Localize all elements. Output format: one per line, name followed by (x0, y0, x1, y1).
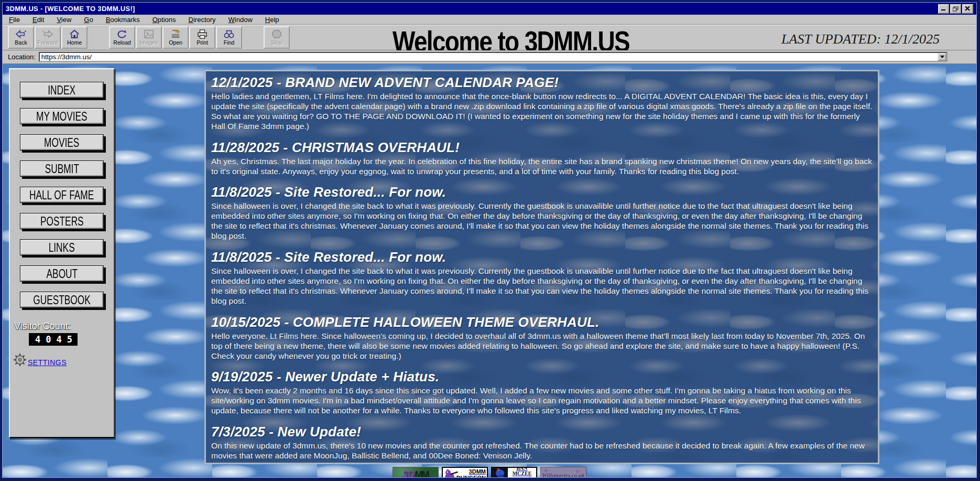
post-body: Wow, it's been exactly 2 months and 16 d… (211, 386, 873, 416)
banner-mczee-line1: BAN MCZEE (508, 467, 536, 476)
forward-button[interactable]: Forward (35, 26, 61, 49)
close-button[interactable] (962, 4, 973, 14)
banner-ban-mczee[interactable]: BAN MCZEE Now! (491, 467, 537, 478)
menu-view[interactable]: View (57, 16, 71, 24)
blog-post: 11/8/2025 - Site Restored... For now. Si… (211, 184, 873, 241)
post-body: On this new update of 3dmm.us, there's 1… (211, 441, 873, 461)
blog-post: 7/3/2025 - New Update! On this new updat… (211, 424, 873, 461)
sidebar-item-movies[interactable]: MOVIES (20, 134, 104, 151)
blog-content-box: 12/1/2025 - BRAND NEW ADVENT CALENDAR PA… (204, 70, 879, 464)
back-arrow-icon (15, 29, 27, 39)
settings-row: SETTINGS (13, 353, 67, 367)
visitor-counter: 4045 (29, 333, 78, 346)
nav-label: MY MOVIES (36, 109, 88, 124)
open-button[interactable]: Open (162, 26, 189, 49)
find-binoculars-icon (224, 29, 234, 39)
visitor-count-label: Visitor Count: (10, 321, 71, 332)
location-input[interactable] (40, 53, 938, 61)
nav-label: HALL OF FAME (29, 188, 94, 202)
banner-3dmm-3d-text: 3D (402, 469, 415, 478)
blog-post: 10/15/2025 - COMPLETE HALLOWEEN THEME OV… (211, 314, 873, 361)
banner-3dmm[interactable]: 3D MM (393, 467, 439, 478)
banner-dungeon-line2: DUNGEON (456, 475, 486, 478)
toolbar-nav-group: Back Forward Home (8, 26, 88, 49)
restore-button[interactable] (950, 4, 961, 14)
banner-willsmovies[interactable]: Willsmovies.co.uk (540, 467, 586, 478)
find-button[interactable]: Find (216, 26, 242, 49)
forward-label: Forward (38, 39, 58, 46)
sidebar-item-my-movies[interactable]: MY MOVIES (20, 108, 104, 124)
menu-options[interactable]: Options (153, 16, 176, 24)
stop-button[interactable]: Stop (264, 26, 290, 49)
dragon-character-icon (443, 468, 459, 478)
post-heading: 11/8/2025 - Site Restored... For now. (211, 184, 873, 200)
nav-label: MOVIES (44, 135, 79, 150)
nav-label: LINKS (49, 240, 75, 255)
window-title: 3DMM.US - [WELCOME TO 3DMM.US!] (6, 5, 135, 13)
back-button[interactable]: Back (8, 26, 34, 49)
open-label: Open (169, 39, 182, 46)
blog-post: 12/1/2025 - BRAND NEW ADVENT CALENDAR PA… (211, 74, 873, 132)
sidebar-item-posters[interactable]: POSTERS (20, 213, 104, 229)
nav-label: POSTERS (40, 214, 84, 229)
banner-dungeon-line1: 3DMM (469, 468, 486, 475)
toolbar: Back Forward Home (3, 25, 976, 50)
location-dropdown-button[interactable] (938, 53, 946, 61)
stop-label: Stop (271, 39, 282, 46)
nav-label: GUESTBOOK (33, 293, 90, 307)
mczee-character-icon (492, 468, 508, 478)
blog-post: 9/19/2025 - Newer Update + Hiatus. Wow, … (211, 369, 873, 416)
home-button[interactable]: Home (61, 26, 88, 49)
menu-directory[interactable]: Directory (189, 16, 216, 24)
location-label: Location: (8, 53, 36, 61)
images-button[interactable]: Images (136, 26, 162, 49)
post-heading: 5/20/2025 - New update! (211, 463, 873, 464)
images-icon (144, 29, 154, 39)
reload-button[interactable]: Reload (109, 26, 135, 49)
blog-post: 5/20/2025 - New update! This update cont… (211, 463, 873, 464)
nav-label: SUBMIT (45, 162, 79, 176)
print-label: Print (197, 39, 208, 46)
sidebar-item-links[interactable]: LINKS (20, 239, 104, 255)
banner-3dmm-mm-text: MM (415, 469, 429, 478)
page-content: INDEX MY MOVIES MOVIES SUBMIT HALL OF FA… (3, 64, 976, 478)
toolbar-stop-group: Stop (264, 26, 290, 49)
location-field-frame (39, 52, 948, 62)
menu-help[interactable]: Help (265, 16, 279, 24)
menu-edit[interactable]: Edit (32, 16, 44, 24)
restore-icon (953, 6, 959, 12)
home-icon (69, 29, 80, 39)
menu-file[interactable]: File (9, 16, 20, 24)
back-label: Back (15, 39, 27, 46)
reload-label: Reload (113, 39, 130, 46)
sidebar-item-index[interactable]: INDEX (20, 82, 104, 98)
banner-dungeon-text: 3DMM DUNGEON (456, 469, 487, 478)
post-body: Since halloween is over, I changed the s… (211, 201, 873, 241)
post-heading: 11/28/2025 - CHRISTMAS OVERHAUL! (211, 140, 873, 156)
print-button[interactable]: Print (189, 26, 215, 49)
nav-label: INDEX (48, 83, 76, 98)
settings-link[interactable]: SETTINGS (28, 358, 67, 367)
blog-post: 11/28/2025 - CHRISTMAS OVERHAUL! Ah yes,… (211, 140, 873, 177)
post-heading: 11/8/2025 - Site Restored... For now. (211, 249, 873, 265)
minimize-icon (941, 6, 946, 11)
menu-window[interactable]: Window (228, 16, 253, 24)
sidebar-item-guestbook[interactable]: GUESTBOOK (20, 292, 104, 308)
window-controls (938, 4, 973, 14)
find-label: Find (224, 39, 234, 46)
banner-3dmm-dungeon[interactable]: 3DMM DUNGEON (442, 467, 488, 478)
post-heading: 10/15/2025 - COMPLETE HALLOWEEN THEME OV… (211, 314, 873, 330)
post-heading: 12/1/2025 - BRAND NEW ADVENT CALENDAR PA… (211, 74, 873, 91)
banner-mczee-text: BAN MCZEE Now! (508, 467, 536, 478)
menu-go[interactable]: Go (84, 16, 93, 24)
close-icon (965, 6, 970, 11)
gear-icon (13, 353, 27, 367)
post-body: Hello everyone. Lt Films here. Since hal… (211, 332, 873, 361)
menu-bookmarks[interactable]: Bookmarks (106, 16, 140, 24)
sidebar-item-submit[interactable]: SUBMIT (20, 161, 104, 177)
minimize-button[interactable] (938, 4, 949, 14)
toolbar-action-group: Reload Images Open (109, 26, 243, 49)
sidebar-item-hall-of-fame[interactable]: HALL OF FAME (20, 187, 104, 203)
sidebar-panel: INDEX MY MOVIES MOVIES SUBMIT HALL OF FA… (9, 68, 115, 438)
sidebar-item-about[interactable]: ABOUT (20, 265, 104, 282)
